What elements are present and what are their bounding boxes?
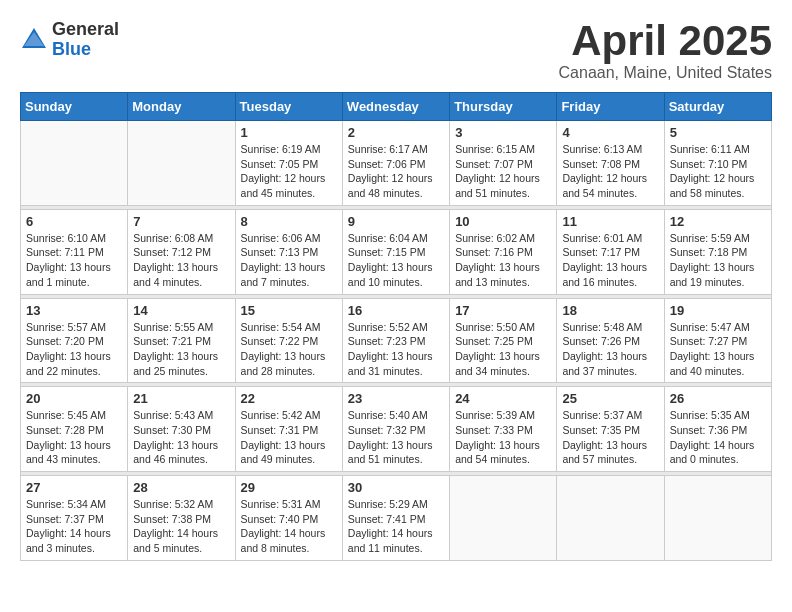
calendar-cell: 9Sunrise: 6:04 AM Sunset: 7:15 PM Daylig… bbox=[342, 209, 449, 294]
calendar-cell: 12Sunrise: 5:59 AM Sunset: 7:18 PM Dayli… bbox=[664, 209, 771, 294]
day-header-friday: Friday bbox=[557, 93, 664, 121]
day-number: 23 bbox=[348, 391, 444, 406]
day-info: Sunrise: 6:17 AM Sunset: 7:06 PM Dayligh… bbox=[348, 142, 444, 201]
calendar-week-row: 27Sunrise: 5:34 AM Sunset: 7:37 PM Dayli… bbox=[21, 476, 772, 561]
day-info: Sunrise: 5:29 AM Sunset: 7:41 PM Dayligh… bbox=[348, 497, 444, 556]
day-number: 24 bbox=[455, 391, 551, 406]
day-info: Sunrise: 6:02 AM Sunset: 7:16 PM Dayligh… bbox=[455, 231, 551, 290]
day-info: Sunrise: 6:11 AM Sunset: 7:10 PM Dayligh… bbox=[670, 142, 766, 201]
calendar-cell bbox=[450, 476, 557, 561]
day-info: Sunrise: 6:08 AM Sunset: 7:12 PM Dayligh… bbox=[133, 231, 229, 290]
logo-blue: Blue bbox=[52, 40, 119, 60]
calendar-cell: 11Sunrise: 6:01 AM Sunset: 7:17 PM Dayli… bbox=[557, 209, 664, 294]
day-number: 26 bbox=[670, 391, 766, 406]
day-number: 1 bbox=[241, 125, 337, 140]
day-number: 4 bbox=[562, 125, 658, 140]
day-number: 7 bbox=[133, 214, 229, 229]
calendar-cell: 26Sunrise: 5:35 AM Sunset: 7:36 PM Dayli… bbox=[664, 387, 771, 472]
title-area: April 2025 Canaan, Maine, United States bbox=[559, 20, 772, 82]
day-header-wednesday: Wednesday bbox=[342, 93, 449, 121]
day-header-tuesday: Tuesday bbox=[235, 93, 342, 121]
logo-icon bbox=[20, 26, 48, 54]
header-area: General Blue April 2025 Canaan, Maine, U… bbox=[20, 20, 772, 82]
day-number: 5 bbox=[670, 125, 766, 140]
day-header-sunday: Sunday bbox=[21, 93, 128, 121]
calendar-cell: 20Sunrise: 5:45 AM Sunset: 7:28 PM Dayli… bbox=[21, 387, 128, 472]
month-title: April 2025 bbox=[559, 20, 772, 62]
day-info: Sunrise: 6:19 AM Sunset: 7:05 PM Dayligh… bbox=[241, 142, 337, 201]
calendar-cell: 19Sunrise: 5:47 AM Sunset: 7:27 PM Dayli… bbox=[664, 298, 771, 383]
day-number: 30 bbox=[348, 480, 444, 495]
calendar-cell: 29Sunrise: 5:31 AM Sunset: 7:40 PM Dayli… bbox=[235, 476, 342, 561]
calendar-cell: 17Sunrise: 5:50 AM Sunset: 7:25 PM Dayli… bbox=[450, 298, 557, 383]
day-info: Sunrise: 6:10 AM Sunset: 7:11 PM Dayligh… bbox=[26, 231, 122, 290]
calendar-cell: 3Sunrise: 6:15 AM Sunset: 7:07 PM Daylig… bbox=[450, 121, 557, 206]
day-info: Sunrise: 5:57 AM Sunset: 7:20 PM Dayligh… bbox=[26, 320, 122, 379]
day-header-thursday: Thursday bbox=[450, 93, 557, 121]
day-number: 9 bbox=[348, 214, 444, 229]
calendar-cell: 5Sunrise: 6:11 AM Sunset: 7:10 PM Daylig… bbox=[664, 121, 771, 206]
calendar-cell: 15Sunrise: 5:54 AM Sunset: 7:22 PM Dayli… bbox=[235, 298, 342, 383]
calendar-cell: 6Sunrise: 6:10 AM Sunset: 7:11 PM Daylig… bbox=[21, 209, 128, 294]
svg-marker-1 bbox=[24, 32, 44, 46]
day-info: Sunrise: 5:31 AM Sunset: 7:40 PM Dayligh… bbox=[241, 497, 337, 556]
calendar-cell: 24Sunrise: 5:39 AM Sunset: 7:33 PM Dayli… bbox=[450, 387, 557, 472]
calendar-week-row: 13Sunrise: 5:57 AM Sunset: 7:20 PM Dayli… bbox=[21, 298, 772, 383]
day-number: 2 bbox=[348, 125, 444, 140]
calendar-cell: 21Sunrise: 5:43 AM Sunset: 7:30 PM Dayli… bbox=[128, 387, 235, 472]
day-header-saturday: Saturday bbox=[664, 93, 771, 121]
day-info: Sunrise: 6:04 AM Sunset: 7:15 PM Dayligh… bbox=[348, 231, 444, 290]
day-info: Sunrise: 5:50 AM Sunset: 7:25 PM Dayligh… bbox=[455, 320, 551, 379]
calendar-cell: 25Sunrise: 5:37 AM Sunset: 7:35 PM Dayli… bbox=[557, 387, 664, 472]
day-info: Sunrise: 5:59 AM Sunset: 7:18 PM Dayligh… bbox=[670, 231, 766, 290]
day-number: 11 bbox=[562, 214, 658, 229]
calendar-cell: 13Sunrise: 5:57 AM Sunset: 7:20 PM Dayli… bbox=[21, 298, 128, 383]
calendar-cell: 16Sunrise: 5:52 AM Sunset: 7:23 PM Dayli… bbox=[342, 298, 449, 383]
calendar-cell: 1Sunrise: 6:19 AM Sunset: 7:05 PM Daylig… bbox=[235, 121, 342, 206]
day-number: 17 bbox=[455, 303, 551, 318]
calendar-header-row: SundayMondayTuesdayWednesdayThursdayFrid… bbox=[21, 93, 772, 121]
day-info: Sunrise: 5:39 AM Sunset: 7:33 PM Dayligh… bbox=[455, 408, 551, 467]
day-info: Sunrise: 5:34 AM Sunset: 7:37 PM Dayligh… bbox=[26, 497, 122, 556]
day-info: Sunrise: 5:37 AM Sunset: 7:35 PM Dayligh… bbox=[562, 408, 658, 467]
location: Canaan, Maine, United States bbox=[559, 64, 772, 82]
day-info: Sunrise: 5:40 AM Sunset: 7:32 PM Dayligh… bbox=[348, 408, 444, 467]
day-info: Sunrise: 5:55 AM Sunset: 7:21 PM Dayligh… bbox=[133, 320, 229, 379]
day-info: Sunrise: 5:45 AM Sunset: 7:28 PM Dayligh… bbox=[26, 408, 122, 467]
calendar-cell: 2Sunrise: 6:17 AM Sunset: 7:06 PM Daylig… bbox=[342, 121, 449, 206]
calendar-cell bbox=[557, 476, 664, 561]
calendar-cell bbox=[128, 121, 235, 206]
day-number: 28 bbox=[133, 480, 229, 495]
day-info: Sunrise: 5:42 AM Sunset: 7:31 PM Dayligh… bbox=[241, 408, 337, 467]
calendar-cell: 14Sunrise: 5:55 AM Sunset: 7:21 PM Dayli… bbox=[128, 298, 235, 383]
day-number: 8 bbox=[241, 214, 337, 229]
day-info: Sunrise: 6:15 AM Sunset: 7:07 PM Dayligh… bbox=[455, 142, 551, 201]
calendar-cell: 18Sunrise: 5:48 AM Sunset: 7:26 PM Dayli… bbox=[557, 298, 664, 383]
day-number: 18 bbox=[562, 303, 658, 318]
day-number: 29 bbox=[241, 480, 337, 495]
calendar-week-row: 20Sunrise: 5:45 AM Sunset: 7:28 PM Dayli… bbox=[21, 387, 772, 472]
day-info: Sunrise: 5:48 AM Sunset: 7:26 PM Dayligh… bbox=[562, 320, 658, 379]
day-info: Sunrise: 5:35 AM Sunset: 7:36 PM Dayligh… bbox=[670, 408, 766, 467]
day-number: 27 bbox=[26, 480, 122, 495]
calendar-cell: 23Sunrise: 5:40 AM Sunset: 7:32 PM Dayli… bbox=[342, 387, 449, 472]
calendar-cell: 27Sunrise: 5:34 AM Sunset: 7:37 PM Dayli… bbox=[21, 476, 128, 561]
day-info: Sunrise: 6:01 AM Sunset: 7:17 PM Dayligh… bbox=[562, 231, 658, 290]
day-info: Sunrise: 5:43 AM Sunset: 7:30 PM Dayligh… bbox=[133, 408, 229, 467]
calendar-cell: 7Sunrise: 6:08 AM Sunset: 7:12 PM Daylig… bbox=[128, 209, 235, 294]
calendar-cell: 8Sunrise: 6:06 AM Sunset: 7:13 PM Daylig… bbox=[235, 209, 342, 294]
day-info: Sunrise: 5:52 AM Sunset: 7:23 PM Dayligh… bbox=[348, 320, 444, 379]
calendar-cell: 30Sunrise: 5:29 AM Sunset: 7:41 PM Dayli… bbox=[342, 476, 449, 561]
day-number: 22 bbox=[241, 391, 337, 406]
calendar-cell: 10Sunrise: 6:02 AM Sunset: 7:16 PM Dayli… bbox=[450, 209, 557, 294]
day-number: 13 bbox=[26, 303, 122, 318]
day-number: 25 bbox=[562, 391, 658, 406]
day-info: Sunrise: 5:54 AM Sunset: 7:22 PM Dayligh… bbox=[241, 320, 337, 379]
day-number: 16 bbox=[348, 303, 444, 318]
day-info: Sunrise: 5:32 AM Sunset: 7:38 PM Dayligh… bbox=[133, 497, 229, 556]
day-number: 20 bbox=[26, 391, 122, 406]
calendar-cell bbox=[21, 121, 128, 206]
calendar-cell: 4Sunrise: 6:13 AM Sunset: 7:08 PM Daylig… bbox=[557, 121, 664, 206]
day-info: Sunrise: 5:47 AM Sunset: 7:27 PM Dayligh… bbox=[670, 320, 766, 379]
calendar-week-row: 6Sunrise: 6:10 AM Sunset: 7:11 PM Daylig… bbox=[21, 209, 772, 294]
